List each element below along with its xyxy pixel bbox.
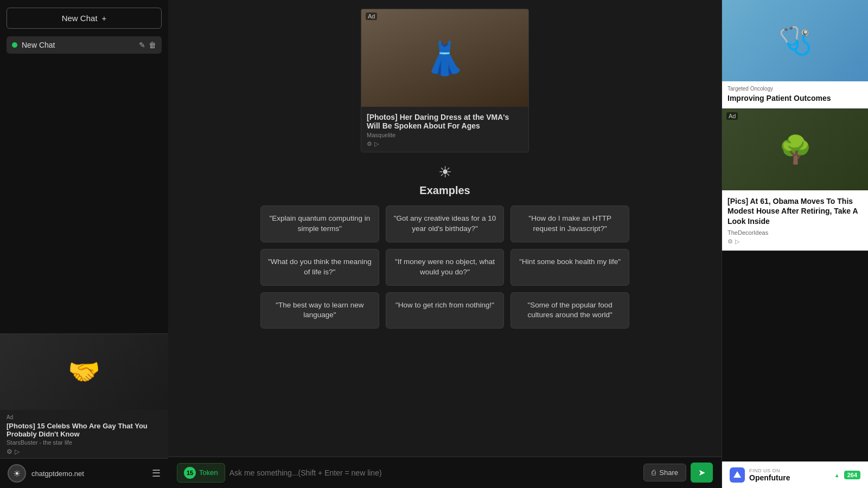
sidebar-ad-content: Ad [Photos] 15 Celebs Who Are Gay That Y…	[0, 410, 168, 461]
examples-sun-icon: ☀	[438, 163, 452, 181]
right-ad-1-tag: Targeted Oncology	[727, 86, 863, 92]
right-panel: 🩺 Targeted Oncology Improving Patient Ou…	[722, 0, 868, 488]
example-card[interactable]: "How do I make an HTTP request in Javasc…	[510, 206, 629, 242]
plus-icon: +	[102, 14, 107, 23]
main-top-ad: 👗 Ad [Photos] Her Daring Dress at the VM…	[361, 9, 529, 152]
sidebar-ad-title: [Photos] 15 Celebs Who Are Gay That You …	[7, 422, 162, 438]
chat-input[interactable]	[229, 465, 640, 480]
right-ad-2-settings-icon[interactable]: ⚙	[727, 238, 733, 245]
main-content: 👗 Ad [Photos] Her Daring Dress at the VM…	[168, 0, 722, 488]
example-card[interactable]: "What do you think the meaning of life i…	[260, 249, 379, 286]
main-ad-badge: Ad	[366, 12, 377, 20]
main-ad-image: 👗 Ad	[361, 9, 528, 107]
right-ad-2-image: 🌳 Ad	[722, 109, 868, 190]
right-ad-2-source: TheDecorIdeas	[727, 229, 768, 236]
sidebar-ad-tag-label: Ad	[7, 414, 162, 420]
token-button[interactable]: 15 Token	[177, 463, 225, 483]
right-ad-1-image: 🩺	[722, 0, 868, 81]
main-ad-controls: ⚙ ▷	[367, 140, 523, 147]
right-ad-2: 🌳 Ad [Pics] At 61, Obama Moves To This M…	[722, 109, 868, 251]
right-ad-2-controls: TheDecorIdeas	[727, 229, 863, 236]
main-ad-settings-icon[interactable]: ⚙	[367, 140, 372, 147]
sidebar: New Chat + New Chat ✎ 🗑 🤝 Ad [Photos] 15…	[0, 0, 168, 488]
chat-item[interactable]: New Chat ✎ 🗑	[7, 36, 162, 54]
main-ad-source: Masquelite	[367, 132, 523, 138]
example-card[interactable]: "Explain quantum computing in simple ter…	[260, 206, 379, 242]
sidebar-footer: ☀ chatgptdemo.net ☰	[0, 458, 168, 488]
sidebar-ad-source: StarsBuster - the star life	[7, 439, 162, 446]
share-label: Share	[659, 468, 678, 477]
openfuture-find-label: FIND US ON	[749, 468, 830, 473]
openfuture-name: Openfuture	[749, 473, 830, 482]
right-ad-1-body: Targeted Oncology Improving Patient Outc…	[722, 81, 868, 108]
svg-marker-0	[733, 471, 741, 478]
sidebar-ad-settings-icon[interactable]: ⚙	[7, 448, 12, 455]
sidebar-ad-image: 🤝	[0, 334, 168, 410]
example-card[interactable]: "Hint some book health my life"	[510, 249, 629, 286]
examples-section: ☀ Examples "Explain quantum computing in…	[168, 152, 722, 457]
new-chat-label: New Chat	[62, 14, 98, 23]
openfuture-bar[interactable]: FIND US ON Openfuture ▲ 264	[722, 461, 868, 488]
sidebar-ad-play-icon[interactable]: ▷	[15, 448, 20, 455]
examples-grid: "Explain quantum computing in simple ter…	[260, 206, 629, 329]
right-ad-1-title: Improving Patient Outcomes	[727, 93, 863, 103]
sidebar-ad-controls: ⚙ ▷	[7, 448, 162, 455]
token-label: Token	[199, 468, 218, 477]
openfuture-triangle-icon: ▲	[834, 472, 840, 478]
openfuture-logo-icon	[732, 470, 742, 480]
example-card[interactable]: "Some of the popular food cultures aroun…	[510, 292, 629, 329]
right-ad-2-body: [Pics] At 61, Obama Moves To This Modest…	[722, 190, 868, 251]
chat-status-dot	[12, 42, 17, 48]
right-ad-2-title: [Pics] At 61, Obama Moves To This Modest…	[727, 196, 863, 226]
sidebar-ad: 🤝 Ad [Photos] 15 Celebs Who Are Gay That…	[0, 333, 168, 461]
main-ad-play-icon[interactable]: ▷	[374, 140, 379, 147]
avatar: ☀	[8, 464, 26, 483]
right-ad-1: 🩺 Targeted Oncology Improving Patient Ou…	[722, 0, 868, 109]
send-button[interactable]: ➤	[691, 463, 713, 483]
bottom-bar: 15 Token ⎙ Share ➤	[168, 457, 722, 488]
example-card[interactable]: "If money were no object, what would you…	[386, 249, 505, 286]
right-ad-2-badge: Ad	[726, 112, 738, 120]
chat-item-label: New Chat	[22, 41, 135, 49]
delete-icon[interactable]: 🗑	[149, 41, 156, 49]
example-card[interactable]: "Got any creative ideas for a 10 year ol…	[386, 206, 505, 242]
menu-icon[interactable]: ☰	[152, 467, 161, 479]
right-ad-2-play-icon[interactable]: ▷	[735, 238, 739, 245]
main-ad-title: [Photos] Her Daring Dress at the VMA's W…	[367, 113, 523, 130]
example-card[interactable]: "How to get rich from nothing!"	[386, 292, 505, 329]
openfuture-text: FIND US ON Openfuture	[749, 468, 830, 482]
openfuture-count: 264	[844, 471, 860, 479]
send-icon: ➤	[698, 467, 705, 478]
chat-item-actions: ✎ 🗑	[139, 41, 156, 49]
main-ad-body: [Photos] Her Daring Dress at the VMA's W…	[361, 107, 528, 152]
share-icon: ⎙	[652, 468, 656, 477]
examples-title: Examples	[419, 184, 470, 197]
example-card[interactable]: "The best way to learn new language"	[260, 292, 379, 329]
right-ad-2-action-controls: ⚙ ▷	[727, 238, 863, 245]
openfuture-logo	[730, 467, 745, 483]
site-name: chatgptdemo.net	[31, 470, 146, 478]
edit-icon[interactable]: ✎	[139, 41, 145, 49]
share-button[interactable]: ⎙ Share	[643, 464, 686, 481]
new-chat-button[interactable]: New Chat +	[7, 8, 162, 29]
token-count: 15	[184, 467, 196, 479]
